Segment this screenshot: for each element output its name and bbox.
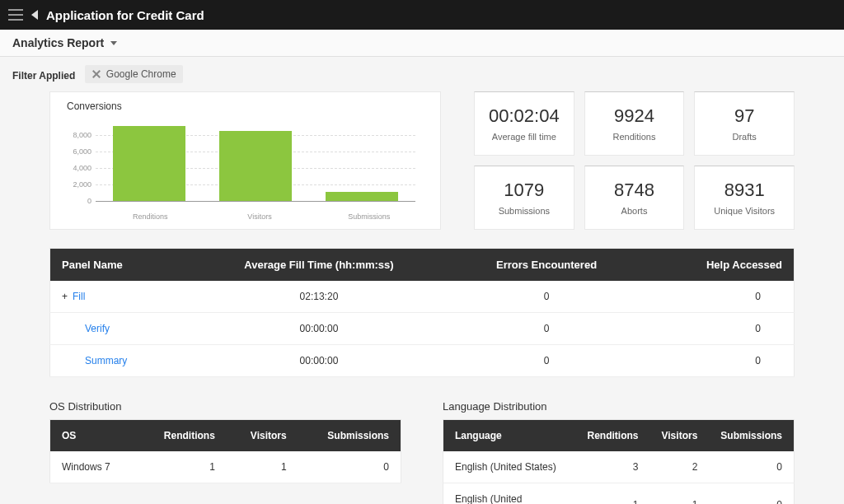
cell: 0 xyxy=(709,483,794,505)
cell: 0 xyxy=(709,451,794,483)
metric-value: 1079 xyxy=(481,180,567,201)
x-tick-label: Visitors xyxy=(223,212,296,221)
cell: 0 xyxy=(641,281,794,313)
metric-value: 8931 xyxy=(701,180,787,201)
back-chevron-icon[interactable] xyxy=(31,10,38,20)
filter-label: Filter Applied xyxy=(12,70,75,82)
cell: 00:00:00 xyxy=(186,313,452,345)
metric-card: 9924Renditions xyxy=(584,91,685,156)
table-row: Windows 7110 xyxy=(50,451,401,483)
lang-table: LanguageRenditionsVisitorsSubmissions En… xyxy=(443,419,795,504)
metric-card: 8931Unique Visitors xyxy=(694,166,795,230)
column-header: Language xyxy=(443,420,576,452)
metric-value: 8748 xyxy=(592,180,678,201)
content-area: Conversions 02,0004,0006,0008,000 Rendit… xyxy=(0,91,844,504)
x-tick-label: Renditions xyxy=(114,212,186,221)
cell: 02:13:20 xyxy=(186,281,452,313)
panel-link[interactable]: Fill xyxy=(73,291,85,302)
cell: 2 xyxy=(650,451,710,483)
sub-header: Analytics Report xyxy=(0,30,844,57)
metric-label: Renditions xyxy=(592,132,678,142)
conversions-title: Conversions xyxy=(67,100,424,112)
filter-bar: Filter Applied Google Chrome xyxy=(0,57,844,91)
filter-chip[interactable]: Google Chrome xyxy=(85,65,183,83)
metric-label: Average fill time xyxy=(481,132,567,142)
chevron-down-icon xyxy=(110,41,117,45)
chart-bar xyxy=(113,126,185,201)
column-header: Submissions xyxy=(709,420,794,452)
top-bar: Application for Credit Card xyxy=(0,0,844,30)
y-tick-label: 6,000 xyxy=(67,147,91,156)
cell: 0 xyxy=(641,345,794,377)
cell: 0 xyxy=(298,451,401,483)
metric-value: 9924 xyxy=(592,105,678,127)
column-header: OS xyxy=(50,420,137,452)
cell: 1 xyxy=(227,451,298,483)
chart-bar xyxy=(326,192,398,201)
column-header: Panel Name xyxy=(50,249,187,282)
report-selector-label: Analytics Report xyxy=(12,36,104,49)
os-table: OSRenditionsVisitorsSubmissions Windows … xyxy=(49,419,401,483)
metric-value: 97 xyxy=(701,105,787,127)
page-title: Application for Credit Card xyxy=(46,8,204,22)
y-tick-label: 0 xyxy=(67,197,91,205)
metrics-grid: 00:02:04Average fill time9924Renditions9… xyxy=(474,91,795,230)
metric-card: 97Drafts xyxy=(694,91,795,156)
column-header: Errors Encountered xyxy=(452,249,642,282)
metric-card: 8748Aborts xyxy=(584,166,685,230)
x-tick-label: Submissions xyxy=(333,212,406,221)
panel-link[interactable]: Verify xyxy=(85,323,110,334)
column-header: Visitors xyxy=(227,420,298,452)
cell: 0 xyxy=(452,345,642,377)
metric-label: Drafts xyxy=(701,132,787,142)
panel-table: Panel NameAverage Fill Time (hh:mm:ss)Er… xyxy=(49,248,795,377)
metric-value: 00:02:04 xyxy=(481,105,567,127)
filter-chip-label: Google Chrome xyxy=(106,68,176,80)
cell: 00:00:00 xyxy=(186,345,452,377)
close-icon[interactable] xyxy=(91,69,101,79)
conversions-card: Conversions 02,0004,0006,0008,000 Rendit… xyxy=(49,91,441,230)
column-header: Average Fill Time (hh:mm:ss) xyxy=(186,249,452,282)
table-row: English (United States)320 xyxy=(443,451,795,483)
column-header: Visitors xyxy=(650,420,710,452)
cell: 0 xyxy=(452,313,642,345)
y-tick-label: 4,000 xyxy=(67,164,91,172)
cell: 1 xyxy=(650,483,710,505)
column-header: Help Accessed xyxy=(641,249,794,282)
os-section: OS Distribution OSRenditionsVisitorsSubm… xyxy=(49,400,401,504)
metric-label: Unique Visitors xyxy=(701,206,787,216)
column-header: Submissions xyxy=(298,420,401,452)
report-selector[interactable]: Analytics Report xyxy=(12,36,117,49)
column-header: Renditions xyxy=(137,420,227,452)
cell: Windows 7 xyxy=(50,451,137,483)
os-title: OS Distribution xyxy=(49,400,401,413)
table-row: Summary00:00:0000 xyxy=(50,345,795,377)
cell: English (United States) xyxy=(443,451,576,483)
metric-label: Submissions xyxy=(481,206,567,216)
y-tick-label: 2,000 xyxy=(67,180,91,189)
table-row: English (United Kingdom)110 xyxy=(443,483,795,505)
lang-title: Language Distribution xyxy=(443,400,795,413)
y-tick-label: 8,000 xyxy=(67,131,91,139)
menu-icon[interactable] xyxy=(8,9,23,21)
conversions-chart: 02,0004,0006,0008,000 xyxy=(67,119,424,209)
top-row: Conversions 02,0004,0006,0008,000 Rendit… xyxy=(49,91,795,230)
column-header: Renditions xyxy=(576,420,650,452)
table-row: Verify00:00:0000 xyxy=(50,313,795,345)
table-row: +Fill02:13:2000 xyxy=(50,281,795,313)
cell: 0 xyxy=(452,281,642,313)
cell: 0 xyxy=(641,313,794,345)
cell: 1 xyxy=(576,483,650,505)
cell: 1 xyxy=(137,451,227,483)
lang-section: Language Distribution LanguageRenditions… xyxy=(443,400,795,504)
bottom-row: OS Distribution OSRenditionsVisitorsSubm… xyxy=(49,400,795,504)
expand-icon[interactable]: + xyxy=(62,291,68,302)
metric-label: Aborts xyxy=(592,206,678,216)
cell: English (United Kingdom) xyxy=(443,483,576,505)
chart-bar xyxy=(219,131,292,201)
metric-card: 00:02:04Average fill time xyxy=(474,91,574,156)
metric-card: 1079Submissions xyxy=(474,166,574,230)
gridline xyxy=(96,201,415,202)
cell: 3 xyxy=(576,451,650,483)
panel-link[interactable]: Summary xyxy=(85,355,127,366)
